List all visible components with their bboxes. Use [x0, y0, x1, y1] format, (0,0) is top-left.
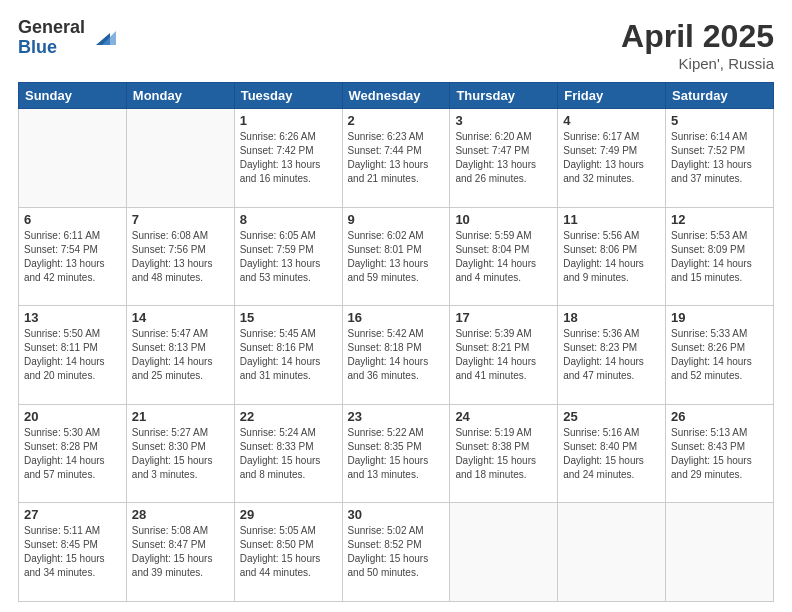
header: General Blue April 2025 Kipen', Russia — [18, 18, 774, 72]
calendar-cell — [666, 503, 774, 602]
calendar-cell: 24Sunrise: 5:19 AM Sunset: 8:38 PM Dayli… — [450, 404, 558, 503]
cell-info: Sunrise: 5:30 AM Sunset: 8:28 PM Dayligh… — [24, 426, 121, 482]
cell-info: Sunrise: 5:02 AM Sunset: 8:52 PM Dayligh… — [348, 524, 445, 580]
cell-date: 4 — [563, 113, 660, 128]
cell-date: 21 — [132, 409, 229, 424]
cell-date: 8 — [240, 212, 337, 227]
weekday-header-friday: Friday — [558, 83, 666, 109]
cell-date: 18 — [563, 310, 660, 325]
cell-info: Sunrise: 5:22 AM Sunset: 8:35 PM Dayligh… — [348, 426, 445, 482]
weekday-header-sunday: Sunday — [19, 83, 127, 109]
cell-info: Sunrise: 5:33 AM Sunset: 8:26 PM Dayligh… — [671, 327, 768, 383]
calendar-table: SundayMondayTuesdayWednesdayThursdayFrid… — [18, 82, 774, 602]
calendar-cell: 26Sunrise: 5:13 AM Sunset: 8:43 PM Dayli… — [666, 404, 774, 503]
cell-info: Sunrise: 5:53 AM Sunset: 8:09 PM Dayligh… — [671, 229, 768, 285]
calendar-cell: 12Sunrise: 5:53 AM Sunset: 8:09 PM Dayli… — [666, 207, 774, 306]
cell-info: Sunrise: 5:56 AM Sunset: 8:06 PM Dayligh… — [563, 229, 660, 285]
cell-info: Sunrise: 6:02 AM Sunset: 8:01 PM Dayligh… — [348, 229, 445, 285]
cell-date: 29 — [240, 507, 337, 522]
calendar-cell: 6Sunrise: 6:11 AM Sunset: 7:54 PM Daylig… — [19, 207, 127, 306]
calendar-week-4: 20Sunrise: 5:30 AM Sunset: 8:28 PM Dayli… — [19, 404, 774, 503]
calendar-cell: 5Sunrise: 6:14 AM Sunset: 7:52 PM Daylig… — [666, 109, 774, 208]
calendar-cell: 11Sunrise: 5:56 AM Sunset: 8:06 PM Dayli… — [558, 207, 666, 306]
calendar-cell: 4Sunrise: 6:17 AM Sunset: 7:49 PM Daylig… — [558, 109, 666, 208]
cell-date: 24 — [455, 409, 552, 424]
cell-date: 6 — [24, 212, 121, 227]
cell-info: Sunrise: 5:24 AM Sunset: 8:33 PM Dayligh… — [240, 426, 337, 482]
cell-date: 15 — [240, 310, 337, 325]
svg-marker-1 — [102, 31, 116, 45]
calendar-header-row: SundayMondayTuesdayWednesdayThursdayFrid… — [19, 83, 774, 109]
cell-date: 7 — [132, 212, 229, 227]
cell-info: Sunrise: 5:47 AM Sunset: 8:13 PM Dayligh… — [132, 327, 229, 383]
cell-date: 5 — [671, 113, 768, 128]
cell-info: Sunrise: 5:36 AM Sunset: 8:23 PM Dayligh… — [563, 327, 660, 383]
cell-date: 9 — [348, 212, 445, 227]
calendar-cell: 22Sunrise: 5:24 AM Sunset: 8:33 PM Dayli… — [234, 404, 342, 503]
cell-date: 2 — [348, 113, 445, 128]
calendar-cell: 14Sunrise: 5:47 AM Sunset: 8:13 PM Dayli… — [126, 306, 234, 405]
cell-info: Sunrise: 6:14 AM Sunset: 7:52 PM Dayligh… — [671, 130, 768, 186]
cell-info: Sunrise: 5:05 AM Sunset: 8:50 PM Dayligh… — [240, 524, 337, 580]
calendar-cell: 27Sunrise: 5:11 AM Sunset: 8:45 PM Dayli… — [19, 503, 127, 602]
weekday-header-tuesday: Tuesday — [234, 83, 342, 109]
cell-date: 23 — [348, 409, 445, 424]
calendar-cell: 19Sunrise: 5:33 AM Sunset: 8:26 PM Dayli… — [666, 306, 774, 405]
title-area: April 2025 Kipen', Russia — [621, 18, 774, 72]
logo-text: General Blue — [18, 18, 85, 58]
calendar-cell: 25Sunrise: 5:16 AM Sunset: 8:40 PM Dayli… — [558, 404, 666, 503]
calendar-cell — [19, 109, 127, 208]
cell-info: Sunrise: 5:59 AM Sunset: 8:04 PM Dayligh… — [455, 229, 552, 285]
calendar-cell: 13Sunrise: 5:50 AM Sunset: 8:11 PM Dayli… — [19, 306, 127, 405]
cell-info: Sunrise: 6:17 AM Sunset: 7:49 PM Dayligh… — [563, 130, 660, 186]
calendar-cell: 10Sunrise: 5:59 AM Sunset: 8:04 PM Dayli… — [450, 207, 558, 306]
calendar-cell: 3Sunrise: 6:20 AM Sunset: 7:47 PM Daylig… — [450, 109, 558, 208]
calendar-cell: 17Sunrise: 5:39 AM Sunset: 8:21 PM Dayli… — [450, 306, 558, 405]
cell-info: Sunrise: 5:19 AM Sunset: 8:38 PM Dayligh… — [455, 426, 552, 482]
calendar-cell: 15Sunrise: 5:45 AM Sunset: 8:16 PM Dayli… — [234, 306, 342, 405]
cell-date: 1 — [240, 113, 337, 128]
cell-info: Sunrise: 5:13 AM Sunset: 8:43 PM Dayligh… — [671, 426, 768, 482]
cell-info: Sunrise: 6:23 AM Sunset: 7:44 PM Dayligh… — [348, 130, 445, 186]
calendar-cell: 28Sunrise: 5:08 AM Sunset: 8:47 PM Dayli… — [126, 503, 234, 602]
weekday-header-saturday: Saturday — [666, 83, 774, 109]
logo: General Blue — [18, 18, 116, 58]
calendar-week-1: 1Sunrise: 6:26 AM Sunset: 7:42 PM Daylig… — [19, 109, 774, 208]
cell-date: 11 — [563, 212, 660, 227]
calendar-week-5: 27Sunrise: 5:11 AM Sunset: 8:45 PM Dayli… — [19, 503, 774, 602]
calendar-cell: 9Sunrise: 6:02 AM Sunset: 8:01 PM Daylig… — [342, 207, 450, 306]
cell-date: 16 — [348, 310, 445, 325]
cell-info: Sunrise: 5:39 AM Sunset: 8:21 PM Dayligh… — [455, 327, 552, 383]
cell-info: Sunrise: 5:45 AM Sunset: 8:16 PM Dayligh… — [240, 327, 337, 383]
cell-info: Sunrise: 5:08 AM Sunset: 8:47 PM Dayligh… — [132, 524, 229, 580]
location: Kipen', Russia — [621, 55, 774, 72]
calendar-cell: 29Sunrise: 5:05 AM Sunset: 8:50 PM Dayli… — [234, 503, 342, 602]
calendar-cell: 7Sunrise: 6:08 AM Sunset: 7:56 PM Daylig… — [126, 207, 234, 306]
cell-date: 13 — [24, 310, 121, 325]
cell-date: 3 — [455, 113, 552, 128]
cell-info: Sunrise: 5:42 AM Sunset: 8:18 PM Dayligh… — [348, 327, 445, 383]
weekday-header-thursday: Thursday — [450, 83, 558, 109]
calendar-cell — [126, 109, 234, 208]
cell-date: 26 — [671, 409, 768, 424]
cell-date: 14 — [132, 310, 229, 325]
calendar-cell: 8Sunrise: 6:05 AM Sunset: 7:59 PM Daylig… — [234, 207, 342, 306]
calendar-cell: 30Sunrise: 5:02 AM Sunset: 8:52 PM Dayli… — [342, 503, 450, 602]
cell-info: Sunrise: 5:11 AM Sunset: 8:45 PM Dayligh… — [24, 524, 121, 580]
cell-date: 10 — [455, 212, 552, 227]
weekday-header-monday: Monday — [126, 83, 234, 109]
calendar-week-2: 6Sunrise: 6:11 AM Sunset: 7:54 PM Daylig… — [19, 207, 774, 306]
calendar-cell: 20Sunrise: 5:30 AM Sunset: 8:28 PM Dayli… — [19, 404, 127, 503]
logo-icon — [88, 25, 116, 53]
cell-info: Sunrise: 6:20 AM Sunset: 7:47 PM Dayligh… — [455, 130, 552, 186]
cell-date: 17 — [455, 310, 552, 325]
cell-date: 25 — [563, 409, 660, 424]
cell-info: Sunrise: 5:27 AM Sunset: 8:30 PM Dayligh… — [132, 426, 229, 482]
cell-info: Sunrise: 6:26 AM Sunset: 7:42 PM Dayligh… — [240, 130, 337, 186]
calendar-cell: 1Sunrise: 6:26 AM Sunset: 7:42 PM Daylig… — [234, 109, 342, 208]
cell-date: 12 — [671, 212, 768, 227]
page: General Blue April 2025 Kipen', Russia S… — [0, 0, 792, 612]
calendar-cell: 16Sunrise: 5:42 AM Sunset: 8:18 PM Dayli… — [342, 306, 450, 405]
cell-date: 20 — [24, 409, 121, 424]
cell-date: 19 — [671, 310, 768, 325]
